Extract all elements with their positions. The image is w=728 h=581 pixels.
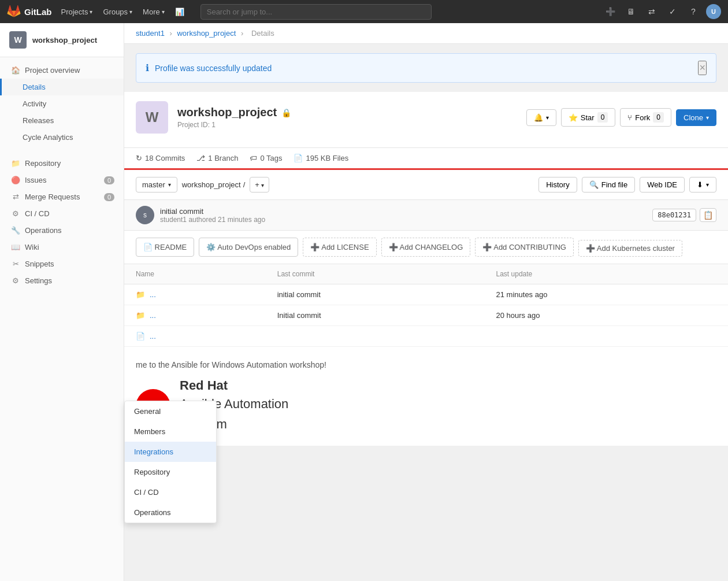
sidebar-label-overview: Project overview [25,66,80,75]
sidebar-item-ci-cd[interactable]: ⚙ CI / CD [0,205,124,222]
settings-dropdown: General Members Integrations Repository … [124,401,217,523]
branch-icon: ⎇ [196,154,205,162]
files-stat[interactable]: 📄 195 KB Files [294,154,348,162]
help-icon[interactable]: ? [685,3,701,20]
add-license-button[interactable]: ➕ Add LICENSE [303,238,376,257]
file-name-link[interactable]: 📁 ... [136,311,254,320]
path-breadcrumb: workshop_project / [182,180,246,189]
wiki-icon: 📖 [11,243,20,251]
file-actions: History 🔍 Find file Web IDE ⬇ ▾ [538,177,716,193]
clone-label: Clone [684,113,703,122]
project-actions: 🔔 ▾ ⭐ Star 0 ⑂ Fork 0 Clone ▾ [526,108,716,127]
files-count: 195 KB Files [306,154,348,162]
sidebar-item-repository[interactable]: 📁 Repository [0,155,124,172]
star-button[interactable]: ⭐ Star 0 [561,108,616,127]
file-table: Name Last commit Last update 📁 ... initi… [124,264,728,347]
logo-text: GitLab [24,7,52,17]
commit-author-avatar: s [136,206,154,224]
sidebar-label-settings: Settings [25,276,52,285]
dropdown-item-repository[interactable]: Repository [125,462,216,482]
main-layout: W workshop_project 🏠 Project overview De… [0,23,728,581]
find-file-button[interactable]: 🔍 Find file [582,177,636,193]
sidebar-item-project-overview[interactable]: 🏠 Project overview [0,62,124,79]
branch-stat[interactable]: ⎇ 1 Branch [196,154,238,162]
sidebar-item-merge-requests[interactable]: ⇄ Merge Requests 0 [0,188,124,205]
tags-stat[interactable]: 🏷 0 Tags [250,154,282,162]
sidebar-item-wiki[interactable]: 📖 Wiki [0,239,124,256]
dropdown-item-members[interactable]: Members [125,421,216,442]
sidebar-item-issues[interactable]: 🔴 Issues 0 [0,172,124,188]
breadcrumb-project[interactable]: workshop_project [177,29,236,38]
file-name-text: ... [150,311,156,320]
nav-more[interactable]: More ▾ [138,5,169,18]
file-name-link[interactable]: 📄 ... [136,332,254,341]
sidebar-item-cycle-analytics[interactable]: Cycle Analytics [0,129,124,146]
file-controls: master ▾ workshop_project / + ▾ History … [124,170,728,200]
file-icon: 📄 [136,332,145,341]
project-name-text: workshop_project [177,106,277,119]
auto-devops-button[interactable]: ⚙️ Auto DevOps enabled [199,238,298,257]
commits-icon: ↻ [136,154,142,162]
merge-request-icon[interactable]: ⇄ [644,3,660,20]
fork-label: Fork [635,113,650,122]
nav-activity[interactable]: 📊 [170,5,189,18]
web-ide-button[interactable]: Web IDE [640,177,685,193]
alert-close-button[interactable]: × [698,61,707,75]
check-icon[interactable]: ✓ [664,3,681,20]
nav-groups[interactable]: Groups ▾ [98,5,137,18]
issues-badge: 0 [104,176,114,184]
add-contributing-button[interactable]: ➕ Add CONTRIBUTING [475,238,574,257]
sidebar-item-details[interactable]: Details [0,79,124,95]
breadcrumb-student1[interactable]: student1 [136,29,165,38]
dropdown-item-operations[interactable]: Operations [125,502,216,523]
sidebar-label-ci-cd: CI / CD [25,209,50,218]
sidebar-item-releases[interactable]: Releases [0,112,124,129]
download-button[interactable]: ⬇ ▾ [689,177,716,193]
sidebar-label-activity: Activity [23,99,46,108]
sidebar-label-wiki: Wiki [25,243,39,251]
last-commit-cell: initial commit [266,284,485,305]
fork-icon: ⑂ [627,113,632,122]
alert-message: Profile was successfully updated [155,64,272,73]
sidebar-item-snippets[interactable]: ✂ Snippets [0,256,124,272]
file-name-text: ... [150,332,156,341]
top-navigation: GitLab Projects ▾ Groups ▾ More ▾ 📊 ➕ 🖥 … [0,0,728,23]
add-kubernetes-button[interactable]: ➕ Add Kubernetes cluster [578,240,682,257]
nav-projects[interactable]: Projects ▾ [57,5,98,18]
main-nav-items: Projects ▾ Groups ▾ More ▾ 📊 [57,5,189,18]
notification-button[interactable]: 🔔 ▾ [526,109,556,126]
user-avatar[interactable]: U [706,4,721,19]
dropdown-item-ci-cd[interactable]: CI / CD [125,482,216,502]
add-changelog-button[interactable]: ➕ Add CHANGELOG [381,238,471,257]
star-label: Star [581,113,595,122]
clone-button[interactable]: Clone ▾ [676,109,716,126]
screen-icon[interactable]: 🖥 [623,3,639,20]
new-file-button[interactable]: + ▾ [250,177,269,193]
find-file-label: Find file [601,180,628,189]
home-icon: 🏠 [11,66,20,75]
file-name-link[interactable]: 📁 ... [136,290,254,299]
plus-icon[interactable]: ➕ [602,3,618,20]
readme-button[interactable]: 📄 README [136,238,194,257]
commit-hash[interactable]: 88e01231 [652,209,696,221]
sidebar-item-settings[interactable]: ⚙ Settings [0,272,124,289]
gitlab-logo[interactable]: GitLab [7,5,52,18]
sidebar-label-repository: Repository [25,159,61,168]
search-input[interactable] [200,4,432,20]
copy-hash-button[interactable]: 📋 [700,208,716,222]
sidebar-main-section: 📁 Repository 🔴 Issues 0 ⇄ Merge Requests… [0,150,124,294]
sidebar-label-details: Details [23,83,46,91]
folder-icon: 📁 [136,311,145,320]
commit-message[interactable]: initial commit [160,207,265,216]
issue-icon: 🔴 [11,176,20,184]
sidebar-item-activity[interactable]: Activity [0,95,124,112]
fork-button[interactable]: ⑂ Fork 0 [620,108,671,127]
dropdown-item-integrations[interactable]: Integrations [125,442,216,462]
col-name: Name [124,264,266,284]
sidebar-item-operations[interactable]: 🔧 Operations [0,222,124,239]
history-button[interactable]: History [538,177,577,193]
dropdown-item-general[interactable]: General [125,401,216,421]
branch-selector[interactable]: master ▾ [136,177,177,193]
commits-stat[interactable]: ↻ 18 Commits [136,154,185,162]
sidebar-project-header[interactable]: W workshop_project [0,23,124,57]
